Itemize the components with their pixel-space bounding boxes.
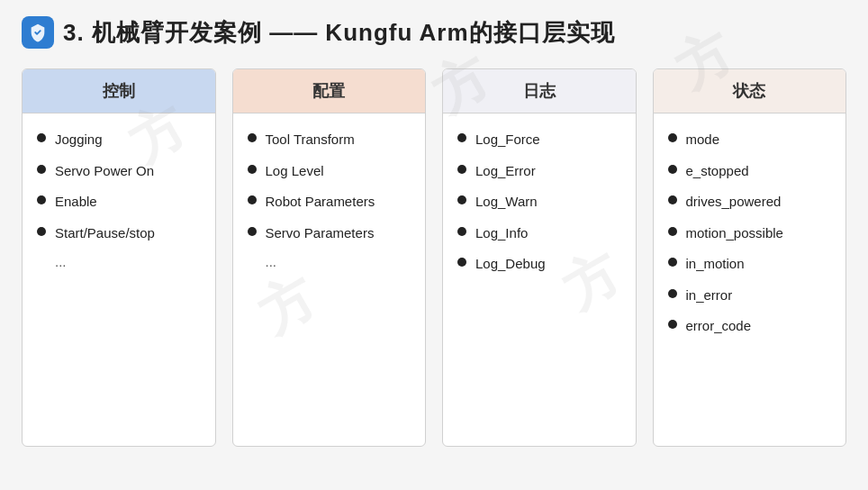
item-label: Servo Power On — [55, 161, 154, 182]
item-label: in_motion — [686, 254, 745, 275]
item-label: Log Level — [266, 161, 324, 182]
list-item: motion_possible — [668, 223, 832, 244]
item-label: error_code — [686, 316, 752, 337]
item-label: mode — [686, 130, 720, 150]
bullet-icon — [248, 195, 257, 204]
item-label: Log_Warn — [475, 192, 538, 213]
item-label: Enable — [55, 192, 97, 213]
column-body-status: modee_stoppeddrives_poweredmotion_possib… — [654, 113, 846, 446]
column-config: 配置Tool TransformLog LevelRobot Parameter… — [232, 68, 427, 447]
list-item: Jogging — [37, 130, 201, 150]
list-item: Log_Force — [457, 130, 621, 150]
bullet-icon — [668, 289, 677, 298]
bullet-icon — [457, 165, 466, 174]
column-body-control: JoggingServo Power OnEnableStart/Pause/s… — [23, 113, 215, 446]
column-body-log: Log_ForceLog_ErrorLog_WarnLog_InfoLog_De… — [443, 113, 636, 446]
bullet-icon — [248, 227, 257, 236]
column-body-config: Tool TransformLog LevelRobot ParametersS… — [233, 113, 426, 446]
ellipsis-label: ... — [37, 254, 201, 269]
list-item: Servo Power On — [37, 161, 201, 182]
list-item: Robot Parameters — [248, 192, 411, 213]
bullet-icon — [457, 195, 466, 204]
list-item: mode — [668, 130, 832, 150]
page: 方 方 方 方 方 3. 机械臂开发案例 —— Kungfu Arm的接口层实现… — [0, 0, 868, 490]
item-label: drives_powered — [686, 192, 782, 213]
item-label: Log_Info — [475, 223, 528, 244]
bullet-icon — [668, 133, 677, 142]
list-item: drives_powered — [668, 192, 832, 213]
bullet-icon — [37, 165, 46, 174]
bullet-icon — [668, 227, 677, 236]
list-item: Log Level — [248, 161, 411, 182]
item-label: Jogging — [55, 130, 103, 150]
column-status: 状态modee_stoppeddrives_poweredmotion_poss… — [653, 68, 847, 447]
list-item: Log_Warn — [457, 192, 621, 213]
list-item: in_motion — [668, 254, 832, 275]
column-header-log: 日志 — [443, 69, 636, 113]
item-label: Log_Debug — [475, 254, 546, 275]
ellipsis-label: ... — [248, 254, 411, 269]
list-item: Servo Parameters — [248, 223, 411, 244]
bullet-icon — [248, 165, 257, 174]
bullet-icon — [37, 133, 46, 142]
list-item: Enable — [37, 192, 201, 213]
bullet-icon — [37, 195, 46, 204]
list-item: Log_Debug — [457, 254, 621, 275]
list-item: e_stopped — [668, 161, 832, 182]
page-title: 3. 机械臂开发案例 —— Kungfu Arm的接口层实现 — [63, 17, 615, 49]
list-item: error_code — [668, 316, 832, 337]
bullet-icon — [668, 258, 677, 267]
item-label: Tool Transform — [266, 130, 355, 150]
item-label: Robot Parameters — [266, 192, 375, 213]
columns-container: 控制JoggingServo Power OnEnableStart/Pause… — [22, 68, 846, 447]
header: 3. 机械臂开发案例 —— Kungfu Arm的接口层实现 — [22, 16, 846, 49]
bullet-icon — [37, 227, 46, 236]
column-control: 控制JoggingServo Power OnEnableStart/Pause… — [22, 68, 216, 447]
bullet-icon — [457, 227, 466, 236]
logo-icon — [22, 16, 54, 49]
item-label: Log_Error — [475, 161, 536, 182]
column-header-status: 状态 — [654, 69, 846, 113]
column-header-control: 控制 — [23, 69, 215, 113]
item-label: motion_possible — [686, 223, 783, 244]
item-label: e_stopped — [686, 161, 749, 182]
item-label: in_error — [686, 286, 733, 306]
bullet-icon — [457, 258, 466, 267]
list-item: Start/Pause/stop — [37, 223, 201, 244]
column-header-config: 配置 — [233, 69, 426, 113]
item-label: Log_Force — [475, 130, 540, 150]
list-item: Tool Transform — [248, 130, 411, 150]
list-item: in_error — [668, 286, 832, 306]
bullet-icon — [668, 195, 677, 204]
bullet-icon — [668, 165, 677, 174]
bullet-icon — [668, 320, 677, 329]
bullet-icon — [248, 133, 257, 142]
bullet-icon — [457, 133, 466, 142]
list-item: Log_Info — [457, 223, 621, 244]
column-log: 日志Log_ForceLog_ErrorLog_WarnLog_InfoLog_… — [442, 68, 637, 447]
item-label: Servo Parameters — [266, 223, 375, 244]
item-label: Start/Pause/stop — [55, 223, 155, 244]
list-item: Log_Error — [457, 161, 621, 182]
